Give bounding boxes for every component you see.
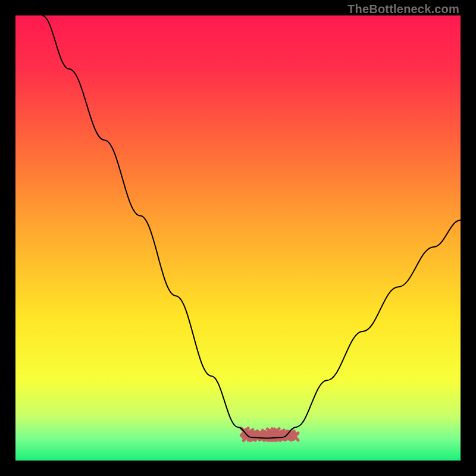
watermark-text: TheBottleneck.com: [347, 2, 459, 16]
svg-point-45: [290, 431, 298, 439]
chart-plot: [15, 15, 461, 461]
chart-frame: [15, 15, 461, 461]
gradient-bg: [15, 15, 461, 461]
